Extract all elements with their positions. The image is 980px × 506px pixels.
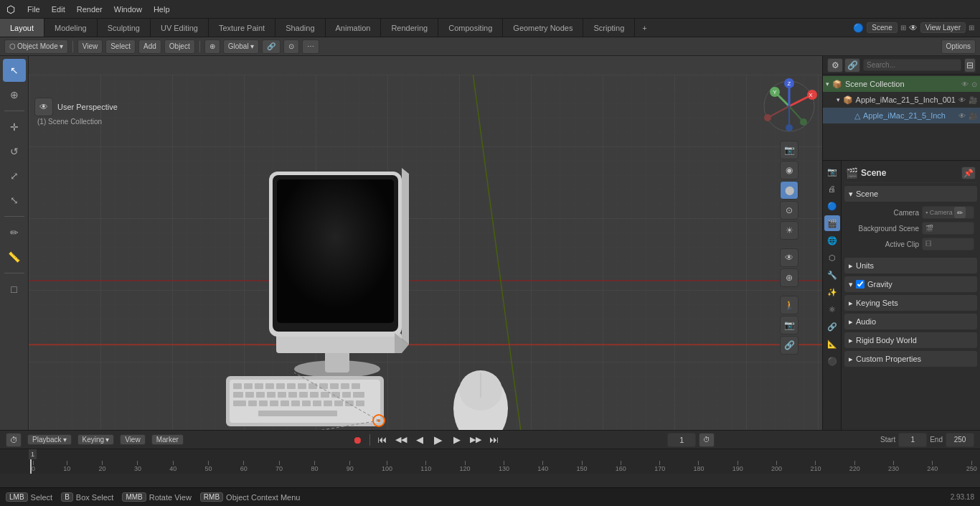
bg-scene-field[interactable]: 🎬 xyxy=(922,222,974,235)
transform-tool-btn[interactable]: ⤡ xyxy=(3,189,26,212)
viewport-look-btn[interactable]: 🔗 xyxy=(780,336,798,355)
tab-rendering[interactable]: Rendering xyxy=(381,19,438,37)
prop-section-gravity-header[interactable]: ▾ Gravity xyxy=(844,276,977,292)
item-eye-1[interactable]: 👁 xyxy=(958,112,966,120)
render-mode-btn[interactable]: ◉ xyxy=(780,161,798,179)
prop-icon-scene[interactable]: 🎬 xyxy=(824,215,840,231)
viewport-3d[interactable]: 👁 User Perspective (1) Scene Collection … xyxy=(29,56,822,430)
move-tool-btn[interactable]: ✛ xyxy=(3,116,26,139)
viewport-canvas[interactable]: 👁 User Perspective (1) Scene Collection xyxy=(29,75,822,430)
record-btn[interactable]: ⏺ xyxy=(349,432,365,448)
tab-uv-editing[interactable]: UV Editing xyxy=(151,19,209,37)
measure-tool-btn[interactable]: 📏 xyxy=(3,245,26,268)
gizmos-btn[interactable]: ⊕ xyxy=(780,268,798,287)
timeline-ruler[interactable]: 0 10 20 30 40 50 60 70 80 90 100 110 120… xyxy=(0,449,980,474)
menu-edit[interactable]: Edit xyxy=(46,0,71,18)
options-btn[interactable]: Options xyxy=(941,39,976,54)
view-layer-name[interactable]: View Layer xyxy=(920,22,966,33)
object-menu[interactable]: Object xyxy=(164,39,195,54)
menu-file[interactable]: File xyxy=(22,0,46,18)
prop-icon-modifier[interactable]: 🔧 xyxy=(824,267,840,283)
blender-logo[interactable]: ⬡ xyxy=(0,0,22,19)
end-frame-input[interactable] xyxy=(946,433,974,447)
menu-help[interactable]: Help xyxy=(148,0,176,18)
play-btn[interactable]: ▶ xyxy=(430,432,446,448)
cursor-tool-btn[interactable]: ⊕ xyxy=(3,83,26,106)
prop-icon-view-layer[interactable]: 🔵 xyxy=(824,198,840,214)
select-menu[interactable]: Select xyxy=(105,39,136,54)
add-cube-btn[interactable]: □ xyxy=(3,278,26,301)
prev-keyframe-btn[interactable]: ◀◀ xyxy=(393,432,409,448)
active-clip-field[interactable]: 🎞 xyxy=(922,238,974,250)
playback-btn[interactable]: Playback ▾ xyxy=(27,434,72,445)
copy-viewlayer-icon[interactable]: ⊞ xyxy=(969,24,974,32)
prop-section-audio-header[interactable]: ▸ Audio xyxy=(844,314,977,329)
outliner-item-0[interactable]: ▾ 📦 Apple_iMac_21_5_Inch_001 👁 🎥 xyxy=(823,92,980,108)
add-menu[interactable]: Add xyxy=(138,39,161,54)
outliner-view-filter-btn[interactable]: ⊟ xyxy=(964,58,976,72)
jump-start-btn[interactable]: ⏮ xyxy=(374,432,390,448)
item-camera-0[interactable]: 🎥 xyxy=(969,96,977,104)
item-eye-0[interactable]: 👁 xyxy=(958,96,966,104)
tab-texture-paint[interactable]: Texture Paint xyxy=(209,19,275,37)
proportional-edit-btn[interactable]: ⊙ xyxy=(283,39,299,54)
global-transform-btn[interactable]: Global ▾ xyxy=(223,39,259,54)
prop-icon-particles[interactable]: ✨ xyxy=(824,284,840,300)
rotate-tool-btn[interactable]: ↺ xyxy=(3,140,26,163)
tab-animation[interactable]: Animation xyxy=(326,19,382,37)
outliner-sync-btn[interactable]: 🔗 xyxy=(844,58,860,72)
outliner-search-input[interactable] xyxy=(863,59,961,71)
rendered-mode-btn[interactable]: ☀ xyxy=(780,221,798,240)
menu-render[interactable]: Render xyxy=(71,0,108,18)
prop-section-rigid-body-header[interactable]: ▸ Rigid Body World xyxy=(844,332,977,348)
step-back-btn[interactable]: ◀ xyxy=(412,432,428,448)
prop-icon-physics[interactable]: ⚛ xyxy=(824,301,840,317)
tab-scripting[interactable]: Scripting xyxy=(583,19,635,37)
prop-icon-material[interactable]: ⚫ xyxy=(824,353,840,369)
step-forward-btn[interactable]: ▶ xyxy=(449,432,465,448)
annotate-tool-btn[interactable]: ✏ xyxy=(3,221,26,244)
outliner-item-1[interactable]: △ Apple_iMac_21_5_Inch 👁 🎥 xyxy=(823,108,980,123)
tab-sculpting[interactable]: Sculpting xyxy=(98,19,151,37)
prop-icon-world[interactable]: 🌐 xyxy=(824,233,840,248)
frame-time-toggle[interactable]: ⏱ xyxy=(699,433,715,447)
scale-tool-btn[interactable]: ⤢ xyxy=(3,164,26,187)
menu-window[interactable]: Window xyxy=(108,0,148,18)
view-menu[interactable]: View xyxy=(77,39,103,54)
exclude-from-view-icon[interactable]: ⊙ xyxy=(971,80,977,88)
transform-pivot-btn[interactable]: ⊕ xyxy=(204,39,220,54)
outliner-filter-btn[interactable]: ⚙ xyxy=(827,58,843,72)
jump-end-btn[interactable]: ⏭ xyxy=(486,432,502,448)
start-frame-input[interactable] xyxy=(898,433,927,447)
tab-shading[interactable]: Shading xyxy=(275,19,325,37)
prop-icon-output[interactable]: 🖨 xyxy=(824,181,840,197)
viewport-walk-btn[interactable]: 🚶 xyxy=(780,296,798,314)
camera-field[interactable]: ▪ Camera ✏ xyxy=(922,206,974,219)
camera-field-icon[interactable]: ✏ xyxy=(954,207,966,218)
overlays-btn[interactable]: 👁 xyxy=(780,248,798,267)
viewport-fly-btn[interactable]: 📷 xyxy=(780,316,798,334)
prop-pin-btn[interactable]: 📌 xyxy=(961,167,976,179)
timeline-view-btn[interactable]: View xyxy=(120,434,146,445)
prop-icon-data[interactable]: 📐 xyxy=(824,336,840,352)
object-mode-selector[interactable]: ⬡ Object Mode ▾ xyxy=(4,39,68,54)
viewport-gizmo[interactable]: X Y Z xyxy=(760,78,818,135)
prop-section-scene-header[interactable]: ▾ Scene xyxy=(844,186,977,202)
prop-icon-object[interactable]: ⬡ xyxy=(824,250,840,266)
prop-icon-constraints[interactable]: 🔗 xyxy=(824,319,840,334)
prop-section-keying-header[interactable]: ▸ Keying Sets xyxy=(844,295,977,311)
tab-modeling[interactable]: Modeling xyxy=(44,19,98,37)
prop-section-units-header[interactable]: ▸ Units xyxy=(844,258,977,273)
proportional-falloff-btn[interactable]: ⋯ xyxy=(302,39,319,54)
next-keyframe-btn[interactable]: ▶▶ xyxy=(468,432,484,448)
shading-mode-btn[interactable]: ⬤ xyxy=(780,181,798,200)
timeline-type-btn[interactable]: ⏱ xyxy=(6,433,22,447)
hide-viewport-icon[interactable]: 👁 xyxy=(961,80,969,88)
wireframe-mode-btn[interactable]: ⊙ xyxy=(780,201,798,220)
keying-btn[interactable]: Keying ▾ xyxy=(77,434,115,445)
tab-compositing[interactable]: Compositing xyxy=(438,19,503,37)
item-camera-1[interactable]: 🎥 xyxy=(969,112,977,120)
prop-icon-render[interactable]: 📷 xyxy=(824,164,840,179)
copy-scene-icon[interactable]: ⊞ xyxy=(900,24,906,32)
camera-perspective-btn[interactable]: 📷 xyxy=(780,141,798,159)
